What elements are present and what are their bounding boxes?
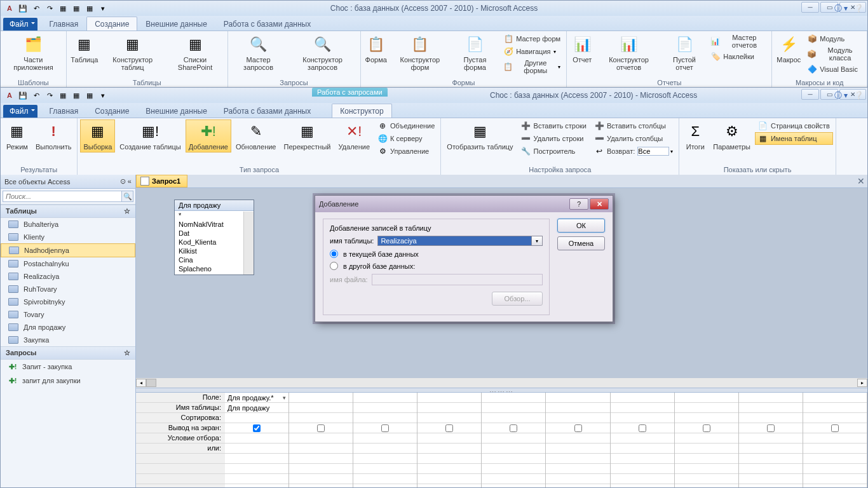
sharepoint-button[interactable]: ▦Списки SharePoint	[166, 32, 225, 73]
grid-cell[interactable]	[289, 464, 353, 474]
nav-table-Klienty[interactable]: Klienty	[1, 231, 135, 243]
grid-cell[interactable]	[289, 454, 353, 464]
app-icon[interactable]: A	[3, 3, 16, 14]
nav-query-item[interactable]: ✚!запит для закупки	[1, 374, 135, 388]
grid-cell[interactable]	[417, 433, 481, 444]
grid-cell[interactable]	[739, 464, 803, 474]
grid-cell[interactable]	[417, 423, 481, 433]
navigation-button[interactable]: 🧭Навигация▾	[500, 45, 564, 58]
grid-cell[interactable]	[353, 403, 417, 413]
grid-cell[interactable]	[482, 464, 545, 474]
grid-cell[interactable]	[353, 444, 417, 454]
grid-cell[interactable]	[611, 484, 674, 487]
union-button[interactable]: ⊕Объединение	[374, 119, 438, 132]
grid-cell[interactable]	[353, 413, 417, 423]
field-item[interactable]: Dat	[175, 229, 254, 238]
grid-cell[interactable]	[611, 464, 674, 474]
labels-button[interactable]: 🏷️Наклейки	[707, 50, 769, 63]
doc-tab-query1[interactable]: Запрос1	[136, 175, 187, 187]
grid-cell[interactable]	[675, 403, 738, 413]
nav-group-tables[interactable]: Таблицы☆	[1, 205, 135, 218]
grid-cell[interactable]	[417, 413, 481, 423]
grid-cell[interactable]	[546, 423, 609, 433]
save-icon[interactable]: 💾	[17, 3, 29, 14]
grid-cell[interactable]	[675, 454, 738, 464]
grid-cell[interactable]	[482, 484, 545, 487]
pane-splitter[interactable]	[136, 388, 867, 393]
radio-current-label[interactable]: в текущей базе данных	[343, 250, 419, 258]
ok-button[interactable]: ОК	[557, 219, 605, 233]
tab-constructor[interactable]: Конструктор	[332, 104, 391, 118]
tab-external[interactable]: Внешние данные	[137, 104, 215, 118]
grid-cell[interactable]	[803, 444, 867, 454]
tab-dbtools[interactable]: Работа с базами данных	[215, 104, 319, 118]
grid-cell[interactable]	[482, 393, 545, 403]
nav-header[interactable]: Все объекты Access⊙ «	[1, 175, 135, 189]
nav-group-queries[interactable]: Запросы☆	[1, 346, 135, 360]
undo-icon[interactable]: ↶	[30, 3, 43, 14]
grid-cell[interactable]	[611, 423, 674, 433]
grid-cell[interactable]	[289, 393, 353, 403]
grid-cell[interactable]	[739, 454, 803, 464]
grid-cell[interactable]	[803, 433, 867, 444]
grid-cell[interactable]	[803, 454, 867, 464]
grid-column[interactable]	[803, 393, 867, 487]
grid-cell[interactable]	[675, 484, 738, 487]
other-forms-button[interactable]: 📋Другие формы▾	[500, 58, 564, 76]
insert-rows-button[interactable]: ➕Вставить строки	[518, 119, 590, 132]
nav-table-Закупка[interactable]: Закупка	[1, 334, 135, 346]
qat-dropdown-icon[interactable]: ▾	[97, 90, 109, 101]
macro-button[interactable]: ⚡Макрос	[775, 32, 803, 65]
grid-cell[interactable]	[739, 444, 803, 454]
grid-cell[interactable]	[803, 393, 867, 403]
minimize-button[interactable]: ─	[801, 2, 819, 13]
save-icon[interactable]: 💾	[17, 90, 29, 101]
grid-cell[interactable]	[546, 444, 609, 454]
app-icon[interactable]: A	[3, 90, 16, 101]
grid-cell[interactable]	[611, 444, 674, 454]
radio-other-db[interactable]	[330, 262, 338, 270]
datadef-button[interactable]: ⚙Управление	[374, 145, 438, 158]
dialog-help-icon[interactable]: ?	[569, 198, 588, 210]
run-button[interactable]: !Выполнить	[32, 119, 74, 152]
scroll-thumb[interactable]	[146, 379, 156, 387]
maketable-button[interactable]: ▦!Создание таблицы	[116, 119, 184, 152]
grid-column[interactable]	[289, 393, 353, 487]
grid-cell[interactable]	[289, 423, 353, 433]
grid-cell[interactable]	[225, 444, 288, 454]
file-tab[interactable]: Файл	[3, 105, 37, 118]
tab-home[interactable]: Главная	[41, 17, 87, 30]
nav-table-Realizaciya[interactable]: Realizaciya	[1, 270, 135, 283]
grid-cell[interactable]	[546, 403, 609, 413]
search-go-icon[interactable]: 🔍	[122, 191, 133, 202]
grid-cell[interactable]	[417, 444, 481, 454]
field-item[interactable]: Splacheno	[175, 264, 254, 273]
grid-column[interactable]	[417, 393, 482, 487]
blank-form-button[interactable]: 📄Пустая форма	[451, 32, 499, 73]
grid-cell[interactable]	[289, 484, 353, 487]
grid-cell[interactable]	[225, 464, 288, 474]
qat-icon-1[interactable]: ▦	[57, 3, 69, 14]
grid-cell[interactable]	[611, 474, 674, 484]
grid-cell[interactable]	[739, 484, 803, 487]
query-wizard-button[interactable]: 🔍Мастер запросов	[231, 32, 287, 73]
grid-column[interactable]	[482, 393, 546, 487]
grid-cell[interactable]	[417, 403, 481, 413]
grid-column[interactable]	[675, 393, 739, 487]
tab-external[interactable]: Внешние данные	[137, 17, 215, 30]
grid-cell[interactable]	[289, 403, 353, 413]
grid-cell[interactable]	[803, 413, 867, 423]
show-checkbox[interactable]	[381, 424, 389, 432]
insert-cols-button[interactable]: ➕Вставить столбцы	[591, 119, 676, 132]
grid-cell[interactable]	[675, 413, 738, 423]
report-design-button[interactable]: 📊Конструктор отчетов	[596, 32, 661, 73]
grid-cell[interactable]	[482, 454, 545, 464]
field-item[interactable]: NomNaklVitrat	[175, 220, 254, 229]
grid-cell[interactable]	[546, 454, 609, 464]
help-icon[interactable]: ⓘ ▾ ❔	[834, 90, 864, 101]
grid-cell[interactable]	[289, 444, 353, 454]
grid-cell[interactable]	[353, 433, 417, 444]
scroll-right-icon[interactable]: ▸	[857, 379, 867, 387]
field-item[interactable]: Cina	[175, 255, 254, 264]
grid-cell[interactable]	[417, 393, 481, 403]
